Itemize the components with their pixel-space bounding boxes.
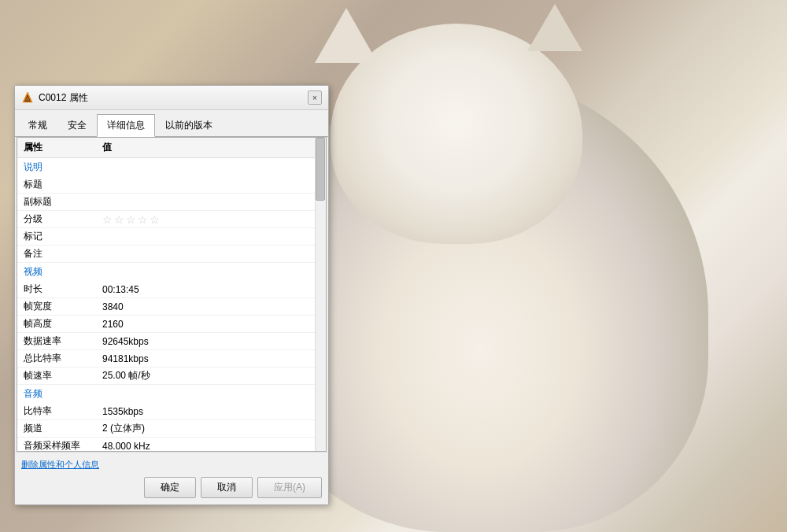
prop-label: 频道	[24, 422, 102, 435]
table-row: 帧高度 2160	[17, 316, 326, 333]
table-row: 频道 2 (立体声)	[17, 420, 326, 438]
prop-value: 48.000 kHz	[102, 441, 320, 452]
prop-value: 3840	[102, 301, 320, 312]
prop-value: 94181kbps	[102, 353, 320, 364]
prop-label: 音频采样频率	[24, 439, 102, 451]
prop-label: 帧宽度	[24, 300, 102, 313]
vlc-icon	[21, 91, 34, 104]
dialog-footer: 删除属性和个人信息 确定 取消 应用(A)	[15, 452, 328, 504]
table-row: 帧宽度 3840	[17, 298, 326, 316]
ok-button[interactable]: 确定	[144, 477, 196, 498]
tab-previous-versions[interactable]: 以前的版本	[155, 114, 223, 137]
table-row: 总比特率 94181kbps	[17, 350, 326, 368]
footer-buttons: 确定 取消 应用(A)	[21, 477, 322, 498]
properties-table: 属性 值 说明 标题 副标题 分级 ☆☆☆☆☆ 标记	[17, 138, 326, 451]
prop-value-stars: ☆☆☆☆☆	[102, 213, 320, 226]
cat-ear-left	[315, 8, 378, 63]
cancel-button[interactable]: 取消	[201, 477, 253, 498]
prop-label: 帧高度	[24, 317, 102, 331]
table-header: 属性 值	[17, 138, 326, 158]
table-row: 备注	[17, 246, 326, 263]
properties-dialog: C0012 属性 × 常规 安全 详细信息 以前的版本 属性 值 说明 标题	[14, 85, 329, 505]
apply-button[interactable]: 应用(A)	[257, 477, 322, 498]
title-left: C0012 属性	[21, 91, 88, 105]
prop-label: 总比特率	[24, 352, 102, 365]
table-row: 比特率 1535kbps	[17, 403, 326, 420]
table-row: 分级 ☆☆☆☆☆	[17, 211, 326, 228]
table-row: 时长 00:13:45	[17, 281, 326, 298]
prop-label: 标记	[24, 230, 102, 243]
close-button[interactable]: ×	[308, 91, 322, 105]
dialog-content: 属性 值 说明 标题 副标题 分级 ☆☆☆☆☆ 标记	[17, 137, 327, 452]
prop-label: 副标题	[24, 195, 102, 209]
delete-properties-link[interactable]: 删除属性和个人信息	[21, 459, 322, 471]
table-row: 标记	[17, 228, 326, 246]
prop-label: 帧速率	[24, 369, 102, 382]
tab-details[interactable]: 详细信息	[97, 114, 155, 137]
prop-label: 分级	[24, 212, 102, 226]
prop-label: 备注	[24, 247, 102, 260]
table-row: 音频采样频率 48.000 kHz	[17, 438, 326, 451]
prop-value: 1535kbps	[102, 406, 320, 417]
tab-general[interactable]: 常规	[18, 114, 57, 137]
prop-label: 标题	[24, 178, 102, 191]
col-header-prop: 属性	[24, 141, 102, 154]
table-row: 标题	[17, 176, 326, 194]
prop-label: 数据速率	[24, 334, 102, 348]
prop-label: 比特率	[24, 405, 102, 418]
dialog-tabs: 常规 安全 详细信息 以前的版本	[15, 110, 328, 137]
cat-ear-right	[527, 4, 582, 51]
prop-value: 00:13:45	[102, 284, 320, 295]
scrollbar-track[interactable]	[315, 138, 326, 451]
col-header-val: 值	[102, 141, 320, 154]
table-row: 帧速率 25.00 帧/秒	[17, 368, 326, 385]
tab-security[interactable]: 安全	[57, 114, 97, 137]
section-description: 说明	[17, 158, 326, 176]
dialog-titlebar: C0012 属性 ×	[15, 86, 328, 110]
prop-value: 2 (立体声)	[102, 422, 320, 435]
scrollbar-thumb[interactable]	[316, 138, 325, 201]
section-video: 视频	[17, 263, 326, 281]
table-row: 数据速率 92645kbps	[17, 333, 326, 350]
prop-value: 25.00 帧/秒	[102, 369, 320, 382]
prop-label: 时长	[24, 283, 102, 296]
table-row: 副标题	[17, 194, 326, 211]
prop-value: 92645kbps	[102, 336, 320, 347]
section-audio: 音频	[17, 385, 326, 403]
prop-value: 2160	[102, 319, 320, 330]
dialog-title: C0012 属性	[39, 91, 88, 105]
